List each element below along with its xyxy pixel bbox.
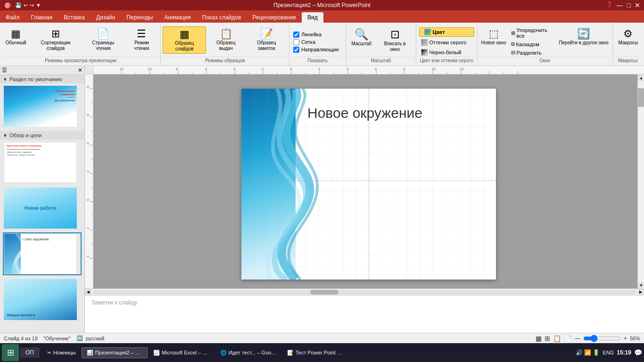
maximize-button[interactable]: □ <box>627 1 631 9</box>
zoom-in-button[interactable]: + <box>624 335 627 342</box>
taskbar-powerpoint[interactable]: 📊 Презентация2 – Micr... <box>82 347 148 358</box>
guides-checkbox[interactable]: Направляющие <box>293 47 342 53</box>
switch-window-button[interactable]: 🔄 Перейти в другое окно <box>557 26 610 47</box>
vscroll-down-button[interactable]: ▼ <box>638 282 644 288</box>
slide-thumb-2[interactable]: 2 ★ Адаптация нового сотрудника • Ознако… <box>3 141 82 184</box>
panel-collapse-icon[interactable]: ☰ <box>2 67 7 74</box>
color-mode-button[interactable]: Цвет <box>419 27 474 37</box>
ruler-checkbox[interactable]: Линейка <box>293 32 342 38</box>
svg-text:6: 6 <box>205 67 207 71</box>
taskbar-browser[interactable]: 🌐 Идет тест... – Google ... <box>215 348 281 358</box>
tab-review[interactable]: Рецензирование <box>247 12 302 23</box>
notes-master-button[interactable]: 📝 Образец заметок <box>246 26 287 53</box>
section-header-overview[interactable]: ▼ Обзор и цели <box>0 131 84 140</box>
grayscale-mode-button[interactable]: Оттенки серого <box>419 38 474 47</box>
notes-label: Заметки к слайду <box>91 299 637 306</box>
excel-icon: 📈 <box>153 350 160 356</box>
taskbar-word[interactable]: 📝 Тест Power Point 20... <box>282 348 348 358</box>
arrange-all-button[interactable]: ⊞ Упорядочить все <box>509 26 556 40</box>
taskbar-excel[interactable]: 📈 Microsoft Excel – Рас... <box>149 348 215 358</box>
notes-master-label: Образец заметок <box>248 40 285 51</box>
slide-thumb-5[interactable]: 5 ★ Новые коллеги <box>3 278 82 321</box>
tab-transitions[interactable]: Переходы <box>121 12 158 23</box>
view-slideshow-status-button[interactable]: 📄 <box>564 335 572 342</box>
vscroll-up-button[interactable]: ▲ <box>638 74 644 81</box>
cascade-icon: ⧉ <box>511 41 515 47</box>
taskbar-op[interactable]: ОП <box>20 347 40 358</box>
view-reading-status-button[interactable]: 📋 <box>553 335 561 342</box>
qat-redo[interactable]: ↪ <box>30 2 34 8</box>
view-readmode-button[interactable]: ☰ Режим чтения <box>125 26 159 53</box>
qat-undo[interactable]: ↩ <box>24 2 28 8</box>
cascade-button[interactable]: ⧉ Каскадом <box>509 40 556 48</box>
qat-menu[interactable]: ▼ <box>36 2 41 8</box>
section-header-default[interactable]: ▼ Раздел по умолчанию <box>0 75 84 83</box>
tab-file[interactable]: Файл <box>0 12 25 23</box>
svg-text:0: 0 <box>290 67 292 71</box>
section-arrow-icon: ▼ <box>3 77 8 82</box>
view-normal-status-button[interactable]: ▦ <box>536 335 542 342</box>
tab-slideshow[interactable]: Показ слайдов <box>197 12 247 23</box>
svg-text:4: 4 <box>86 255 90 257</box>
svg-text:12: 12 <box>119 67 124 71</box>
slide-master-label: Образец слайдов <box>165 41 203 52</box>
hscroll-left-button[interactable]: ◀ <box>85 289 91 296</box>
slide-master-button[interactable]: ▦ Образец слайдов <box>163 26 206 54</box>
macros-button[interactable]: ⚙ Макросы <box>615 26 642 47</box>
view-normal-button[interactable]: ▦ Обычный <box>3 26 29 47</box>
slide-thumb-4[interactable]: 4 ★ Новое окружение <box>3 232 82 275</box>
tab-insert[interactable]: Вставка <box>58 12 91 23</box>
view-sorter-button[interactable]: ⊞ Сортировщик слайдов <box>30 26 82 53</box>
zoom-slider[interactable] <box>583 336 621 341</box>
tab-home[interactable]: Главная <box>25 12 58 23</box>
color-group-label: Цвет или оттенки серого <box>419 57 474 65</box>
ribbon-group-zoom: 🔍 Масштаб ⊡ Вписать в окно Масштаб <box>346 24 416 66</box>
fit-window-button[interactable]: ⊡ Вписать в окно <box>376 26 414 54</box>
view-reading-button[interactable]: 📄 Страницы чтения <box>83 26 124 53</box>
slide-main[interactable]: Новое окружение <box>241 89 496 280</box>
zoom-level: 56% <box>630 336 640 341</box>
help-icon[interactable]: ❓ <box>606 1 613 9</box>
zoom-label: Масштаб <box>352 41 372 46</box>
clock: 15:19 <box>617 349 631 357</box>
spell-check-icon[interactable]: 🔤 <box>76 335 83 341</box>
language-label: русский <box>86 336 104 341</box>
new-window-button[interactable]: ⬚ Новое окно <box>479 26 508 47</box>
minimize-button[interactable]: — <box>617 1 623 9</box>
start-button[interactable]: ⊞ <box>2 344 19 361</box>
split-button[interactable]: ⊟ Разделить <box>509 49 556 57</box>
hscroll[interactable]: ◀ ▶ <box>85 288 644 295</box>
notes-panel[interactable]: Заметки к слайду <box>85 295 644 333</box>
hscroll-thumb[interactable] <box>310 290 339 295</box>
fit-window-icon: ⊡ <box>390 28 400 41</box>
slide-canvas-area[interactable]: Новое окружение ▲ ▼ <box>93 74 644 288</box>
vscroll-thumb[interactable] <box>638 88 644 107</box>
view-sorter-status-button[interactable]: ⊞ <box>545 335 550 342</box>
tab-animation[interactable]: Анимация <box>158 12 196 23</box>
tab-view[interactable]: Вид <box>302 12 323 23</box>
browser-icon: 🌐 <box>220 350 227 356</box>
normal-view-label: Обычный <box>5 40 26 46</box>
taskbar-scissors[interactable]: ✂ Ножницы <box>42 348 81 358</box>
app-icon: 🎯 <box>4 2 11 9</box>
zoom-button[interactable]: 🔍 Масштаб <box>348 26 375 48</box>
ppt-icon: 📊 <box>87 350 93 356</box>
handout-master-button[interactable]: 📋 Образец выдач <box>207 26 245 53</box>
qat-save[interactable]: 💾 <box>15 2 22 8</box>
tab-design[interactable]: Дизайн <box>91 12 121 23</box>
zoom-out-button[interactable]: — <box>575 335 580 342</box>
slide-thumb-1[interactable]: 1 Обучение новыхсотрудников———Для оформл… <box>3 85 82 128</box>
language-indicator[interactable]: ENG <box>603 350 614 355</box>
panel-close-icon[interactable]: ✕ <box>78 67 83 74</box>
slide-thumb-3[interactable]: 3 ★ Новая работа <box>3 187 82 230</box>
vscroll[interactable]: ▲ ▼ <box>637 74 644 288</box>
grid-checkbox[interactable]: Сетка <box>293 39 342 45</box>
notification-icon[interactable]: 💬 <box>634 349 642 356</box>
hscroll-right-button[interactable]: ▶ <box>637 289 644 296</box>
hscroll-track[interactable] <box>92 290 636 295</box>
ribbon-group-master-modes: ▦ Образец слайдов 📋 Образец выдач 📝 Обра… <box>161 24 289 66</box>
close-button[interactable]: ✕ <box>635 1 640 9</box>
slide-title[interactable]: Новое окружение <box>307 105 422 121</box>
ribbon-group-view-modes: ▦ Обычный ⊞ Сортировщик слайдов 📄 Страни… <box>1 24 161 66</box>
bw-mode-button[interactable]: Черно-белый <box>419 48 474 57</box>
